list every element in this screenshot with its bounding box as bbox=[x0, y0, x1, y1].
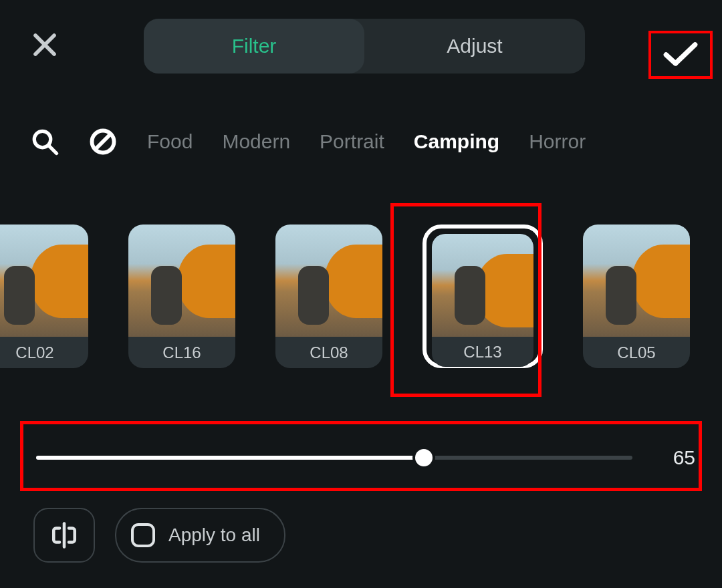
tab-adjust[interactable]: Adjust bbox=[364, 19, 585, 74]
filter-thumb bbox=[432, 234, 533, 337]
bottom-row: Apply to all bbox=[33, 508, 285, 563]
filter-card[interactable]: CL05 bbox=[583, 225, 690, 368]
search-button[interactable] bbox=[31, 128, 59, 156]
filter-label: CL13 bbox=[432, 337, 533, 367]
compare-icon bbox=[50, 521, 78, 549]
filter-card[interactable]: CL02 bbox=[0, 225, 88, 368]
apply-to-all-label: Apply to all bbox=[168, 525, 260, 546]
filter-label: CL02 bbox=[0, 337, 88, 368]
filter-label: CL08 bbox=[275, 337, 382, 368]
apply-to-all-button[interactable]: Apply to all bbox=[115, 508, 285, 563]
filter-label: CL05 bbox=[583, 337, 690, 368]
filter-card-selected[interactable]: CL13 bbox=[423, 225, 543, 368]
category-row: Food Modern Portrait Camping Horror bbox=[0, 122, 722, 162]
search-icon bbox=[31, 128, 59, 156]
category-horror[interactable]: Horror bbox=[529, 130, 586, 153]
category-food[interactable]: Food bbox=[147, 130, 193, 153]
filter-thumb bbox=[275, 225, 382, 337]
no-filter-button[interactable] bbox=[88, 127, 118, 156]
filter-card[interactable]: CL08 bbox=[275, 225, 382, 368]
filter-thumb bbox=[0, 225, 88, 337]
category-modern[interactable]: Modern bbox=[222, 130, 290, 153]
intensity-slider[interactable] bbox=[36, 456, 632, 460]
close-button[interactable] bbox=[31, 31, 59, 61]
intensity-value: 65 bbox=[662, 446, 695, 469]
confirm-button[interactable] bbox=[648, 31, 713, 79]
segmented-control: Filter Adjust bbox=[144, 19, 585, 74]
checkbox-icon bbox=[131, 523, 155, 547]
check-icon bbox=[663, 40, 698, 69]
header: Filter Adjust bbox=[0, 16, 722, 76]
filter-thumb bbox=[128, 225, 235, 337]
slider-fill bbox=[36, 456, 424, 460]
category-camping[interactable]: Camping bbox=[414, 130, 499, 153]
filter-card[interactable]: CL16 bbox=[128, 225, 235, 368]
tab-filter[interactable]: Filter bbox=[144, 19, 364, 74]
intensity-slider-row: 65 bbox=[36, 448, 695, 468]
prohibit-icon bbox=[88, 127, 118, 156]
compare-button[interactable] bbox=[33, 508, 95, 563]
close-icon bbox=[31, 31, 59, 59]
filter-card-row[interactable]: CL02 CL16 CL08 CL13 CL05 bbox=[0, 225, 722, 368]
category-portrait[interactable]: Portrait bbox=[320, 130, 384, 153]
slider-handle[interactable] bbox=[412, 446, 435, 469]
filter-label: CL16 bbox=[128, 337, 235, 368]
filter-thumb bbox=[583, 225, 690, 337]
